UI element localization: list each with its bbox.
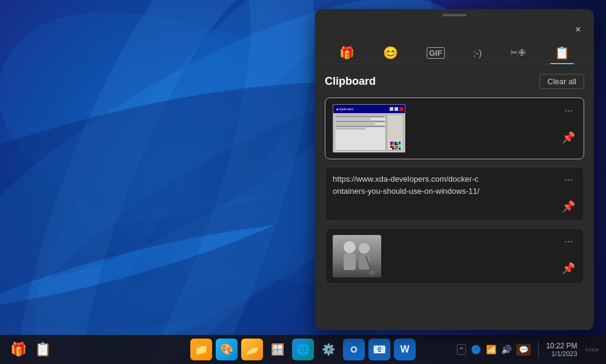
outlook2-icon: 📧 (373, 343, 386, 356)
sim-row (336, 118, 370, 120)
edge-icon: 🌐 (296, 343, 310, 356)
clock-time: 10:22 PM (546, 342, 577, 350)
taskbar: 🎁 📋 📁 🎨 📂 🪟 🌐 ⚙️ O 📧 W (0, 335, 606, 364)
clipboard-header: Clipboard Clear all (325, 74, 584, 89)
emoji-icon: 😊 (383, 45, 398, 60)
panel-header: × (315, 19, 594, 38)
sim-controls (390, 107, 403, 111)
outlook1-icon: O (351, 345, 358, 354)
tray-notifications[interactable]: 💬 (516, 344, 531, 356)
taskbar-icon-settings[interactable]: ⚙️ (318, 339, 339, 360)
taskbar-center: 📁 🎨 📂 🪟 🌐 ⚙️ O 📧 W (190, 339, 416, 360)
tab-clipboard[interactable]: 📋 (547, 42, 577, 64)
item-actions-url: ··· 📌 (561, 173, 576, 214)
store-icon: 🪟 (271, 343, 284, 356)
item-actions-photo: ··· 📌 (561, 235, 576, 276)
tray-separator (538, 341, 539, 358)
unpin-button-3[interactable]: 📌 (561, 260, 576, 276)
tray-network[interactable]: 📶 (486, 345, 496, 354)
panel-tabs: 🎁 😊 GIF ;-) ✂✙ 📋 (315, 38, 594, 64)
clock-date: 1/1/2023 (546, 350, 577, 357)
sim-left (335, 114, 386, 151)
url-line1: https://www.xda-developers.com/docker-c (333, 174, 479, 184)
item-content-url: https://www.xda-developers.com/docker-c … (333, 173, 556, 197)
taskbar-left: 🎁 📋 (7, 339, 53, 360)
tab-gif[interactable]: GIF (419, 44, 452, 62)
item-row-url: https://www.xda-developers.com/docker-c … (333, 173, 576, 214)
sim-row (336, 128, 365, 130)
tab-kaomoji[interactable]: ;-) (466, 44, 489, 62)
paint-icon: 🎨 (220, 343, 233, 356)
pin-button-2[interactable]: 📌 (561, 199, 576, 214)
screen-sim: ■ Application (333, 105, 405, 152)
sim-btn-min (390, 107, 393, 111)
taskbar-icon-outlook1[interactable]: O (343, 339, 365, 360)
files-icon: 📂 (245, 343, 259, 356)
taskbar-icon-paint[interactable]: 🎨 (216, 339, 238, 360)
settings-icon: ⚙️ (322, 343, 335, 356)
tray-volume[interactable]: 🔊 (501, 345, 511, 354)
item-row: ■ Application (333, 104, 576, 153)
url-line2: ontainers-you-should-use-on-windows-11/ (333, 187, 479, 196)
photo-simulation (333, 235, 381, 277)
pin-button-1[interactable]: 📌 (561, 130, 576, 145)
sim-btn-close (399, 107, 403, 111)
url-text: https://www.xda-developers.com/docker-c … (333, 173, 556, 197)
taskbar-icon-word[interactable]: W (394, 339, 416, 360)
clipboard-item-photo[interactable]: ··· 📌 (325, 228, 584, 284)
clipboard-icon: 📋 (554, 45, 570, 60)
sim-row (336, 116, 385, 117)
tab-stickers[interactable]: 🎁 (332, 42, 362, 64)
kaomoji-icon: ;-) (473, 48, 482, 58)
emoji-clipboard-panel: × 🎁 😊 GIF ;-) ✂✙ 📋 Clipboard Clear all (315, 9, 594, 330)
sim-row (336, 121, 385, 122)
word-icon: W (400, 344, 409, 355)
sim-body (333, 113, 405, 152)
photo-svg (333, 235, 381, 277)
screenshot-thumbnail: ■ Application (333, 104, 405, 153)
tab-emoji[interactable]: 😊 (376, 42, 405, 64)
sim-row (336, 125, 385, 127)
clipboard-item-screenshot[interactable]: ■ Application (325, 98, 584, 159)
clear-all-button[interactable]: Clear all (539, 74, 584, 89)
xda-branding: ①XDA (585, 347, 599, 352)
gif-icon: GIF (427, 47, 445, 59)
item-row-photo: ··· 📌 (333, 235, 576, 277)
svg-point-14 (369, 270, 375, 275)
sticker-icon: 🎁 (339, 45, 355, 60)
more-options-button-2[interactable]: ··· (563, 173, 573, 187)
taskbar-icon-edge[interactable]: 🌐 (292, 339, 314, 360)
sim-titlebar: ■ Application (333, 105, 405, 113)
more-options-button-3[interactable]: ··· (563, 235, 573, 248)
tray-chevron[interactable]: ^ (457, 344, 466, 355)
sim-pixel-grid (390, 142, 401, 150)
more-options-button-1[interactable]: ··· (563, 104, 573, 117)
item-actions-screenshot: ··· 📌 (561, 104, 576, 145)
taskbar-right: ^ 🔵 📶 🔊 💬 10:22 PM 1/1/2023 ①XDA (457, 341, 599, 358)
sim-row (336, 123, 375, 125)
item-content-photo (333, 235, 556, 277)
item-content-screenshot: ■ Application (333, 104, 556, 153)
panel-drag-handle[interactable] (315, 9, 594, 19)
close-button[interactable]: × (570, 21, 587, 38)
clipboard-title: Clipboard (325, 75, 376, 88)
taskbar-icon-gifts[interactable]: 🎁 (7, 339, 29, 360)
svg-point-11 (359, 243, 370, 254)
sim-btn-max (395, 107, 398, 111)
taskbar-icon-files[interactable]: 📂 (241, 339, 263, 360)
taskbar-icon-outlook2[interactable]: 📧 (368, 339, 390, 360)
sim-right (387, 114, 404, 151)
taskbar-icon-windows-store[interactable]: 🪟 (267, 339, 288, 360)
tray-taskbar-manager[interactable]: 🔵 (471, 345, 481, 354)
tab-symbols[interactable]: ✂✙ (503, 44, 533, 62)
panel-content: Clipboard Clear all ■ Application (315, 64, 594, 330)
taskbar-icon-clipboard[interactable]: 📋 (32, 339, 53, 360)
svg-point-9 (344, 241, 356, 253)
xda-logo: ①XDA (585, 347, 599, 352)
drag-handle-bar (442, 14, 467, 16)
time-date[interactable]: 10:22 PM 1/1/2023 (546, 342, 577, 357)
sim-title: ■ Application (336, 107, 354, 111)
clipboard-item-url[interactable]: https://www.xda-developers.com/docker-c … (325, 167, 584, 221)
svg-rect-10 (344, 253, 356, 270)
taskbar-icon-explorer[interactable]: 📁 (190, 339, 212, 360)
